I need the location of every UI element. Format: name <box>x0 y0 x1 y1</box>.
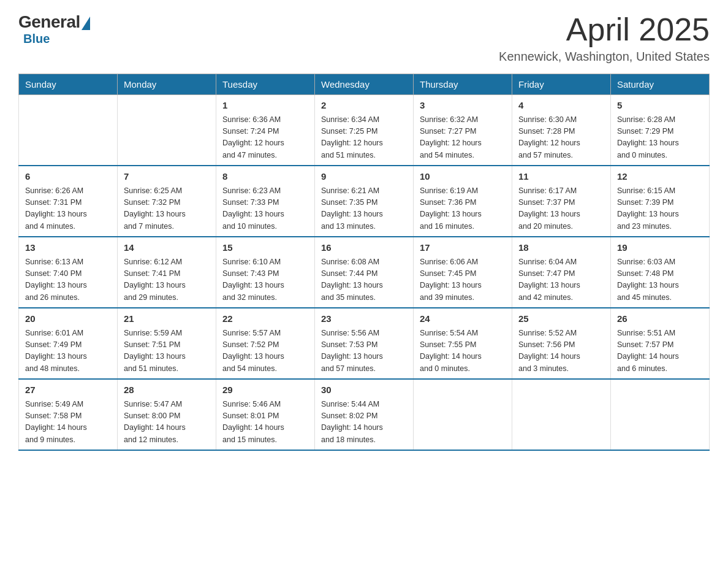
day-info: Sunrise: 6:13 AM Sunset: 7:40 PM Dayligh… <box>25 256 111 304</box>
calendar-day-9: 9Sunrise: 6:21 AM Sunset: 7:35 PM Daylig… <box>315 166 414 237</box>
day-info: Sunrise: 6:19 AM Sunset: 7:36 PM Dayligh… <box>420 185 506 233</box>
day-number: 13 <box>25 241 111 255</box>
day-info: Sunrise: 5:57 AM Sunset: 7:52 PM Dayligh… <box>222 327 308 375</box>
day-info: Sunrise: 6:25 AM Sunset: 7:32 PM Dayligh… <box>124 185 210 233</box>
day-number: 29 <box>222 383 308 397</box>
day-info: Sunrise: 6:26 AM Sunset: 7:31 PM Dayligh… <box>25 185 111 233</box>
day-number: 7 <box>124 170 210 184</box>
day-number: 6 <box>25 170 111 184</box>
calendar-header-row: SundayMondayTuesdayWednesdayThursdayFrid… <box>19 74 710 95</box>
day-number: 26 <box>617 312 703 326</box>
calendar-day-27: 27Sunrise: 5:49 AM Sunset: 7:58 PM Dayli… <box>19 379 118 450</box>
calendar-day-20: 20Sunrise: 6:01 AM Sunset: 7:49 PM Dayli… <box>19 308 118 379</box>
day-number: 19 <box>617 241 703 255</box>
day-number: 18 <box>518 241 604 255</box>
day-info: Sunrise: 6:04 AM Sunset: 7:47 PM Dayligh… <box>518 256 604 304</box>
weekday-header-friday: Friday <box>512 74 611 95</box>
weekday-header-monday: Monday <box>118 74 216 95</box>
day-number: 23 <box>321 312 407 326</box>
calendar-day-16: 16Sunrise: 6:08 AM Sunset: 7:44 PM Dayli… <box>315 237 414 308</box>
day-info: Sunrise: 5:59 AM Sunset: 7:51 PM Dayligh… <box>124 327 210 375</box>
day-info: Sunrise: 5:51 AM Sunset: 7:57 PM Dayligh… <box>617 327 703 375</box>
day-info: Sunrise: 6:01 AM Sunset: 7:49 PM Dayligh… <box>25 327 111 375</box>
day-number: 2 <box>321 99 407 113</box>
calendar-day-19: 19Sunrise: 6:03 AM Sunset: 7:48 PM Dayli… <box>611 237 710 308</box>
day-info: Sunrise: 6:36 AM Sunset: 7:24 PM Dayligh… <box>222 114 308 162</box>
day-info: Sunrise: 6:34 AM Sunset: 7:25 PM Dayligh… <box>321 114 407 162</box>
day-info: Sunrise: 6:30 AM Sunset: 7:28 PM Dayligh… <box>518 114 604 162</box>
day-info: Sunrise: 5:49 AM Sunset: 7:58 PM Dayligh… <box>25 399 111 446</box>
day-number: 3 <box>420 99 506 113</box>
day-info: Sunrise: 6:12 AM Sunset: 7:41 PM Dayligh… <box>124 256 210 304</box>
day-info: Sunrise: 5:56 AM Sunset: 7:53 PM Dayligh… <box>321 327 407 375</box>
location-title: Kennewick, Washington, United States <box>499 50 710 64</box>
calendar-empty-cell <box>512 379 611 450</box>
weekday-header-tuesday: Tuesday <box>216 74 315 95</box>
calendar-day-2: 2Sunrise: 6:34 AM Sunset: 7:25 PM Daylig… <box>315 95 414 166</box>
day-number: 8 <box>222 170 308 184</box>
day-number: 17 <box>420 241 506 255</box>
calendar-day-3: 3Sunrise: 6:32 AM Sunset: 7:27 PM Daylig… <box>414 95 512 166</box>
day-info: Sunrise: 6:28 AM Sunset: 7:29 PM Dayligh… <box>617 114 703 162</box>
calendar-day-28: 28Sunrise: 5:47 AM Sunset: 8:00 PM Dayli… <box>118 379 216 450</box>
calendar-day-23: 23Sunrise: 5:56 AM Sunset: 7:53 PM Dayli… <box>315 308 414 379</box>
day-info: Sunrise: 5:44 AM Sunset: 8:02 PM Dayligh… <box>321 399 407 446</box>
calendar-day-12: 12Sunrise: 6:15 AM Sunset: 7:39 PM Dayli… <box>611 166 710 237</box>
calendar-day-26: 26Sunrise: 5:51 AM Sunset: 7:57 PM Dayli… <box>611 308 710 379</box>
day-number: 16 <box>321 241 407 255</box>
day-info: Sunrise: 5:46 AM Sunset: 8:01 PM Dayligh… <box>222 399 308 446</box>
month-title: April 2025 <box>499 12 710 47</box>
day-number: 25 <box>518 312 604 326</box>
page-header: General Blue April 2025 Kennewick, Washi… <box>18 12 710 64</box>
calendar-empty-cell <box>19 95 118 166</box>
day-info: Sunrise: 5:47 AM Sunset: 8:00 PM Dayligh… <box>124 399 210 446</box>
day-number: 27 <box>25 383 111 397</box>
logo-general-text: General <box>18 12 80 32</box>
day-number: 4 <box>518 99 604 113</box>
day-info: Sunrise: 6:32 AM Sunset: 7:27 PM Dayligh… <box>420 114 506 162</box>
day-info: Sunrise: 5:54 AM Sunset: 7:55 PM Dayligh… <box>420 327 506 375</box>
day-number: 14 <box>124 241 210 255</box>
day-number: 10 <box>420 170 506 184</box>
calendar-day-30: 30Sunrise: 5:44 AM Sunset: 8:02 PM Dayli… <box>315 379 414 450</box>
weekday-header-sunday: Sunday <box>19 74 118 95</box>
calendar-day-1: 1Sunrise: 6:36 AM Sunset: 7:24 PM Daylig… <box>216 95 315 166</box>
day-number: 15 <box>222 241 308 255</box>
calendar-day-24: 24Sunrise: 5:54 AM Sunset: 7:55 PM Dayli… <box>414 308 512 379</box>
calendar-day-11: 11Sunrise: 6:17 AM Sunset: 7:37 PM Dayli… <box>512 166 611 237</box>
day-number: 12 <box>617 170 703 184</box>
day-info: Sunrise: 6:08 AM Sunset: 7:44 PM Dayligh… <box>321 256 407 304</box>
calendar-week-row: 1Sunrise: 6:36 AM Sunset: 7:24 PM Daylig… <box>19 95 710 166</box>
day-info: Sunrise: 6:23 AM Sunset: 7:33 PM Dayligh… <box>222 185 308 233</box>
weekday-header-saturday: Saturday <box>611 74 710 95</box>
calendar-day-18: 18Sunrise: 6:04 AM Sunset: 7:47 PM Dayli… <box>512 237 611 308</box>
calendar-week-row: 6Sunrise: 6:26 AM Sunset: 7:31 PM Daylig… <box>19 166 710 237</box>
day-number: 22 <box>222 312 308 326</box>
day-number: 1 <box>222 99 308 113</box>
logo-triangle-icon <box>82 17 90 30</box>
calendar-table: SundayMondayTuesdayWednesdayThursdayFrid… <box>18 74 710 451</box>
calendar-day-10: 10Sunrise: 6:19 AM Sunset: 7:36 PM Dayli… <box>414 166 512 237</box>
day-info: Sunrise: 6:15 AM Sunset: 7:39 PM Dayligh… <box>617 185 703 233</box>
calendar-week-row: 27Sunrise: 5:49 AM Sunset: 7:58 PM Dayli… <box>19 379 710 450</box>
calendar-day-5: 5Sunrise: 6:28 AM Sunset: 7:29 PM Daylig… <box>611 95 710 166</box>
calendar-empty-cell <box>611 379 710 450</box>
day-number: 11 <box>518 170 604 184</box>
calendar-day-13: 13Sunrise: 6:13 AM Sunset: 7:40 PM Dayli… <box>19 237 118 308</box>
calendar-day-29: 29Sunrise: 5:46 AM Sunset: 8:01 PM Dayli… <box>216 379 315 450</box>
calendar-day-22: 22Sunrise: 5:57 AM Sunset: 7:52 PM Dayli… <box>216 308 315 379</box>
day-number: 24 <box>420 312 506 326</box>
day-info: Sunrise: 6:06 AM Sunset: 7:45 PM Dayligh… <box>420 256 506 304</box>
day-info: Sunrise: 6:21 AM Sunset: 7:35 PM Dayligh… <box>321 185 407 233</box>
day-number: 28 <box>124 383 210 397</box>
calendar-day-8: 8Sunrise: 6:23 AM Sunset: 7:33 PM Daylig… <box>216 166 315 237</box>
day-number: 30 <box>321 383 407 397</box>
calendar-day-4: 4Sunrise: 6:30 AM Sunset: 7:28 PM Daylig… <box>512 95 611 166</box>
day-number: 21 <box>124 312 210 326</box>
calendar-day-15: 15Sunrise: 6:10 AM Sunset: 7:43 PM Dayli… <box>216 237 315 308</box>
logo-blue-text: Blue <box>23 32 50 46</box>
calendar-day-14: 14Sunrise: 6:12 AM Sunset: 7:41 PM Dayli… <box>118 237 216 308</box>
calendar-day-17: 17Sunrise: 6:06 AM Sunset: 7:45 PM Dayli… <box>414 237 512 308</box>
day-number: 5 <box>617 99 703 113</box>
calendar-day-6: 6Sunrise: 6:26 AM Sunset: 7:31 PM Daylig… <box>19 166 118 237</box>
